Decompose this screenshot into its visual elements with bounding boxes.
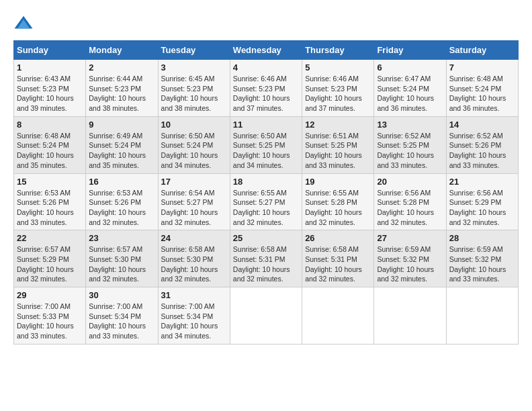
- day-number: 5: [305, 62, 371, 73]
- day-number: 15: [17, 177, 83, 187]
- calendar-cell: 8 Sunrise: 6:48 AMSunset: 5:24 PMDayligh…: [14, 116, 86, 173]
- calendar-cell: 9 Sunrise: 6:49 AMSunset: 5:24 PMDayligh…: [86, 116, 158, 173]
- calendar-cell: 6 Sunrise: 6:47 AMSunset: 5:24 PMDayligh…: [374, 60, 446, 117]
- day-info: Sunrise: 6:50 AMSunset: 5:24 PMDaylight:…: [161, 132, 218, 169]
- day-number: 7: [449, 62, 515, 73]
- week-row-1: 1 Sunrise: 6:43 AMSunset: 5:23 PMDayligh…: [14, 60, 519, 117]
- calendar-cell: 14 Sunrise: 6:52 AMSunset: 5:26 PMDaylig…: [446, 116, 518, 173]
- calendar-cell: 30 Sunrise: 7:00 AMSunset: 5:34 PMDaylig…: [86, 287, 158, 345]
- day-info: Sunrise: 7:00 AMSunset: 5:34 PMDaylight:…: [161, 302, 218, 340]
- header-thursday: Thursday: [302, 41, 374, 60]
- day-number: 3: [161, 62, 227, 73]
- day-number: 27: [377, 233, 443, 243]
- day-info: Sunrise: 6:44 AMSunset: 5:23 PMDaylight:…: [89, 75, 146, 112]
- day-number: 29: [17, 290, 83, 300]
- calendar-cell: 10 Sunrise: 6:50 AMSunset: 5:24 PMDaylig…: [158, 116, 230, 173]
- header-sunday: Sunday: [14, 41, 86, 60]
- day-info: Sunrise: 6:53 AMSunset: 5:26 PMDaylight:…: [17, 189, 74, 226]
- calendar-cell: [374, 287, 446, 345]
- day-number: 12: [305, 120, 371, 130]
- week-row-4: 22 Sunrise: 6:57 AMSunset: 5:29 PMDaylig…: [14, 230, 519, 287]
- day-info: Sunrise: 7:00 AMSunset: 5:33 PMDaylight:…: [17, 302, 74, 340]
- day-number: 21: [449, 177, 515, 187]
- day-info: Sunrise: 6:43 AMSunset: 5:23 PMDaylight:…: [17, 75, 74, 112]
- calendar-cell: 1 Sunrise: 6:43 AMSunset: 5:23 PMDayligh…: [14, 60, 86, 117]
- calendar-cell: 25 Sunrise: 6:58 AMSunset: 5:31 PMDaylig…: [230, 230, 302, 287]
- header-saturday: Saturday: [446, 41, 518, 60]
- calendar-cell: 24 Sunrise: 6:58 AMSunset: 5:30 PMDaylig…: [158, 230, 230, 287]
- day-number: 17: [161, 177, 227, 187]
- calendar-cell: [230, 287, 302, 345]
- day-info: Sunrise: 6:51 AMSunset: 5:25 PMDaylight:…: [305, 132, 362, 169]
- week-row-2: 8 Sunrise: 6:48 AMSunset: 5:24 PMDayligh…: [14, 116, 519, 173]
- day-info: Sunrise: 7:00 AMSunset: 5:34 PMDaylight:…: [89, 302, 146, 340]
- day-number: 23: [89, 233, 154, 243]
- day-info: Sunrise: 6:50 AMSunset: 5:25 PMDaylight:…: [233, 132, 290, 169]
- day-info: Sunrise: 6:58 AMSunset: 5:31 PMDaylight:…: [233, 245, 290, 283]
- day-info: Sunrise: 6:57 AMSunset: 5:29 PMDaylight:…: [17, 245, 74, 283]
- day-info: Sunrise: 6:54 AMSunset: 5:27 PMDaylight:…: [161, 189, 218, 226]
- calendar-cell: 2 Sunrise: 6:44 AMSunset: 5:23 PMDayligh…: [86, 60, 158, 117]
- calendar-cell: 3 Sunrise: 6:45 AMSunset: 5:23 PMDayligh…: [158, 60, 230, 117]
- day-number: 25: [233, 233, 299, 243]
- day-number: 10: [161, 120, 227, 130]
- calendar-cell: 28 Sunrise: 6:59 AMSunset: 5:32 PMDaylig…: [446, 230, 518, 287]
- calendar-cell: 7 Sunrise: 6:48 AMSunset: 5:24 PMDayligh…: [446, 60, 518, 117]
- calendar-cell: 21 Sunrise: 6:56 AMSunset: 5:29 PMDaylig…: [446, 173, 518, 230]
- header-friday: Friday: [374, 41, 446, 60]
- day-number: 4: [233, 62, 299, 73]
- day-info: Sunrise: 6:53 AMSunset: 5:26 PMDaylight:…: [89, 189, 146, 226]
- header-row: SundayMondayTuesdayWednesdayThursdayFrid…: [14, 41, 519, 60]
- day-info: Sunrise: 6:47 AMSunset: 5:24 PMDaylight:…: [377, 75, 434, 112]
- day-number: 9: [89, 120, 154, 130]
- calendar-cell: 12 Sunrise: 6:51 AMSunset: 5:25 PMDaylig…: [302, 116, 374, 173]
- day-number: 26: [305, 233, 371, 243]
- page-header: [13, 13, 519, 34]
- header-tuesday: Tuesday: [158, 41, 230, 60]
- calendar-cell: 16 Sunrise: 6:53 AMSunset: 5:26 PMDaylig…: [86, 173, 158, 230]
- day-number: 8: [17, 120, 83, 130]
- day-number: 19: [305, 177, 371, 187]
- calendar-table: SundayMondayTuesdayWednesdayThursdayFrid…: [13, 40, 519, 345]
- calendar-cell: 18 Sunrise: 6:55 AMSunset: 5:27 PMDaylig…: [230, 173, 302, 230]
- logo: [13, 13, 36, 34]
- calendar-cell: 11 Sunrise: 6:50 AMSunset: 5:25 PMDaylig…: [230, 116, 302, 173]
- day-info: Sunrise: 6:52 AMSunset: 5:25 PMDaylight:…: [377, 132, 434, 169]
- day-number: 16: [89, 177, 154, 187]
- day-number: 18: [233, 177, 299, 187]
- day-number: 11: [233, 120, 299, 130]
- day-info: Sunrise: 6:56 AMSunset: 5:29 PMDaylight:…: [449, 189, 506, 226]
- calendar-cell: 5 Sunrise: 6:46 AMSunset: 5:23 PMDayligh…: [302, 60, 374, 117]
- logo-icon: [13, 13, 34, 34]
- day-info: Sunrise: 6:48 AMSunset: 5:24 PMDaylight:…: [17, 132, 74, 169]
- calendar-cell: 4 Sunrise: 6:46 AMSunset: 5:23 PMDayligh…: [230, 60, 302, 117]
- week-row-3: 15 Sunrise: 6:53 AMSunset: 5:26 PMDaylig…: [14, 173, 519, 230]
- day-number: 14: [449, 120, 515, 130]
- day-number: 1: [17, 62, 83, 73]
- day-info: Sunrise: 6:59 AMSunset: 5:32 PMDaylight:…: [377, 245, 434, 283]
- calendar-cell: 31 Sunrise: 7:00 AMSunset: 5:34 PMDaylig…: [158, 287, 230, 345]
- calendar-cell: 26 Sunrise: 6:58 AMSunset: 5:31 PMDaylig…: [302, 230, 374, 287]
- day-number: 28: [449, 233, 515, 243]
- day-info: Sunrise: 6:52 AMSunset: 5:26 PMDaylight:…: [449, 132, 506, 169]
- calendar-cell: [446, 287, 518, 345]
- day-number: 20: [377, 177, 443, 187]
- calendar-cell: 22 Sunrise: 6:57 AMSunset: 5:29 PMDaylig…: [14, 230, 86, 287]
- day-info: Sunrise: 6:57 AMSunset: 5:30 PMDaylight:…: [89, 245, 146, 283]
- day-info: Sunrise: 6:45 AMSunset: 5:23 PMDaylight:…: [161, 75, 218, 112]
- day-info: Sunrise: 6:58 AMSunset: 5:31 PMDaylight:…: [305, 245, 362, 283]
- calendar-cell: 23 Sunrise: 6:57 AMSunset: 5:30 PMDaylig…: [86, 230, 158, 287]
- day-info: Sunrise: 6:55 AMSunset: 5:28 PMDaylight:…: [305, 189, 362, 226]
- day-number: 31: [161, 290, 227, 300]
- day-info: Sunrise: 6:55 AMSunset: 5:27 PMDaylight:…: [233, 189, 290, 226]
- header-wednesday: Wednesday: [230, 41, 302, 60]
- calendar-cell: 17 Sunrise: 6:54 AMSunset: 5:27 PMDaylig…: [158, 173, 230, 230]
- day-number: 22: [17, 233, 83, 243]
- day-info: Sunrise: 6:48 AMSunset: 5:24 PMDaylight:…: [449, 75, 506, 112]
- day-number: 30: [89, 290, 154, 300]
- header-monday: Monday: [86, 41, 158, 60]
- day-info: Sunrise: 6:46 AMSunset: 5:23 PMDaylight:…: [305, 75, 362, 112]
- week-row-5: 29 Sunrise: 7:00 AMSunset: 5:33 PMDaylig…: [14, 287, 519, 345]
- day-number: 24: [161, 233, 227, 243]
- calendar-cell: 20 Sunrise: 6:56 AMSunset: 5:28 PMDaylig…: [374, 173, 446, 230]
